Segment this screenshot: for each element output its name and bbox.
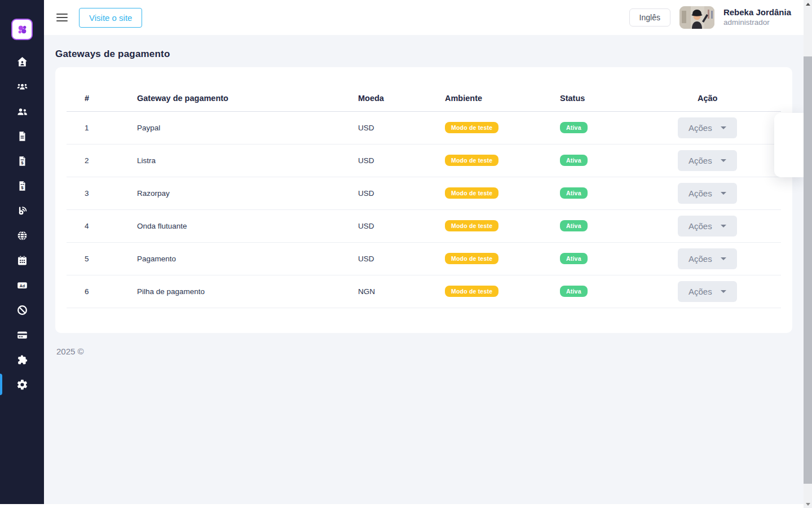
user-name: Rebeka Jordânia	[723, 7, 791, 18]
table-row: 4 Onda flutuante USD Modo de teste Ativa…	[67, 209, 781, 242]
gear-icon	[16, 379, 28, 391]
cell-gateway-name: Paypal	[137, 111, 358, 144]
cell-action: Ações	[678, 275, 781, 308]
invoice-dollar-alt-icon: $	[16, 180, 28, 192]
environment-badge: Modo de teste	[445, 155, 498, 166]
column-header-status: Status	[560, 78, 678, 111]
menu-toggle-icon[interactable]	[56, 14, 68, 21]
table-row: 2 Listra USD Modo de teste Ativa Ações	[67, 144, 781, 177]
environment-badge: Modo de teste	[445, 187, 498, 199]
cell-status: Ativa	[560, 242, 678, 275]
actions-button[interactable]: Ações	[678, 183, 737, 204]
table-header-row: # Gateway de pagamento Moeda Ambiente St…	[67, 78, 781, 111]
actions-button-label: Ações	[689, 221, 712, 231]
environment-badge: Modo de teste	[445, 253, 498, 264]
cell-currency: USD	[358, 209, 445, 242]
actions-button[interactable]: Ações	[678, 150, 737, 171]
table-row: 3 Razorpay USD Modo de teste Ativa Ações	[67, 177, 781, 209]
sidebar-item-invoices[interactable]: $	[0, 148, 44, 173]
cell-status: Ativa	[560, 144, 678, 177]
ad-icon: Ad	[16, 279, 28, 291]
calendar-icon	[16, 255, 28, 266]
puzzle-icon	[16, 354, 28, 366]
scrollbar-down-arrow-icon[interactable]	[804, 500, 812, 508]
content-area: Visite o site Inglês	[44, 0, 804, 504]
user-menu[interactable]: Rebeka Jordânia administrador	[723, 7, 791, 28]
sidebar-item-pages[interactable]	[0, 124, 44, 148]
cell-status: Ativa	[560, 275, 678, 308]
table-row: 5 Pagamento USD Modo de teste Ativa Açõe…	[67, 242, 781, 275]
invoice-dollar-icon: $	[16, 155, 28, 167]
app-logo[interactable]	[11, 19, 33, 40]
user-avatar[interactable]	[679, 6, 714, 29]
cell-num: 5	[67, 242, 137, 275]
language-button[interactable]: Inglês	[629, 8, 670, 27]
cell-gateway-name: Listra	[137, 144, 358, 177]
actions-button-label: Ações	[689, 189, 712, 198]
actions-button[interactable]: Ações	[678, 248, 737, 269]
globe-icon	[16, 230, 28, 242]
cell-num: 2	[67, 144, 137, 177]
sidebar-item-blog[interactable]	[0, 198, 44, 223]
users-icon	[16, 81, 28, 93]
vertical-scrollbar[interactable]	[804, 0, 812, 508]
cell-gateway-name: Pilha de pagamento	[137, 275, 358, 308]
scrollbar-thumb[interactable]	[804, 56, 812, 484]
blog-icon	[16, 205, 28, 217]
sidebar-item-ads[interactable]: Ad	[0, 273, 44, 297]
cell-num: 1	[67, 111, 137, 144]
cell-environment: Modo de teste	[445, 209, 560, 242]
actions-button[interactable]: Ações	[678, 281, 737, 302]
environment-badge: Modo de teste	[445, 122, 498, 133]
sidebar-item-calendar[interactable]	[0, 248, 44, 273]
status-badge: Ativa	[560, 253, 588, 264]
cell-num: 3	[67, 177, 137, 209]
scrollbar-up-arrow-icon[interactable]	[804, 0, 812, 8]
table-row: 6 Pilha de pagamento NGN Modo de teste A…	[67, 275, 781, 308]
home-icon	[16, 56, 28, 68]
column-header-currency: Moeda	[358, 78, 445, 111]
cell-environment: Modo de teste	[445, 177, 560, 209]
sidebar-item-billing[interactable]: $	[0, 173, 44, 198]
cell-status: Ativa	[560, 111, 678, 144]
header-right: Inglês	[629, 6, 791, 29]
document-icon	[16, 130, 28, 142]
page-title: Gateways de pagamento	[55, 49, 792, 60]
chevron-down-icon	[721, 159, 726, 162]
column-header-action: Ação	[678, 78, 781, 111]
cell-currency: NGN	[358, 275, 445, 308]
sidebar-item-world[interactable]	[0, 223, 44, 248]
cell-status: Ativa	[560, 209, 678, 242]
cell-status: Ativa	[560, 177, 678, 209]
sidebar-item-payments[interactable]	[0, 322, 44, 347]
sidebar-item-settings[interactable]	[0, 372, 44, 397]
cell-currency: USD	[358, 111, 445, 144]
top-header: Visite o site Inglês	[44, 0, 804, 35]
cell-action: Ações	[678, 111, 781, 144]
visit-site-button[interactable]: Visite o site	[79, 8, 142, 28]
svg-text:Ad: Ad	[19, 283, 24, 287]
sidebar-item-dashboard[interactable]	[0, 49, 44, 74]
status-badge: Ativa	[560, 187, 588, 199]
user-role: administrador	[723, 18, 791, 28]
status-badge: Ativa	[560, 122, 588, 133]
cell-environment: Modo de teste	[445, 111, 560, 144]
ban-icon	[16, 304, 28, 316]
status-badge: Ativa	[560, 155, 588, 166]
cell-gateway-name: Razorpay	[137, 177, 358, 209]
actions-button[interactable]: Ações	[678, 117, 737, 138]
column-header-environment: Ambiente	[445, 78, 560, 111]
credit-card-icon	[16, 329, 28, 341]
status-badge: Ativa	[560, 220, 588, 231]
user-group-icon	[16, 106, 28, 117]
gateways-table: # Gateway de pagamento Moeda Ambiente St…	[67, 78, 781, 308]
actions-button-label: Ações	[689, 123, 712, 133]
column-header-gateway: Gateway de pagamento	[137, 78, 358, 111]
sidebar-item-customers[interactable]	[0, 99, 44, 124]
sidebar-item-blocked[interactable]	[0, 297, 44, 322]
actions-button[interactable]: Ações	[678, 216, 737, 237]
actions-dropdown-popup[interactable]	[774, 113, 804, 177]
status-badge: Ativa	[560, 286, 588, 297]
sidebar-item-users[interactable]	[0, 74, 44, 99]
sidebar-item-plugins[interactable]	[0, 347, 44, 372]
